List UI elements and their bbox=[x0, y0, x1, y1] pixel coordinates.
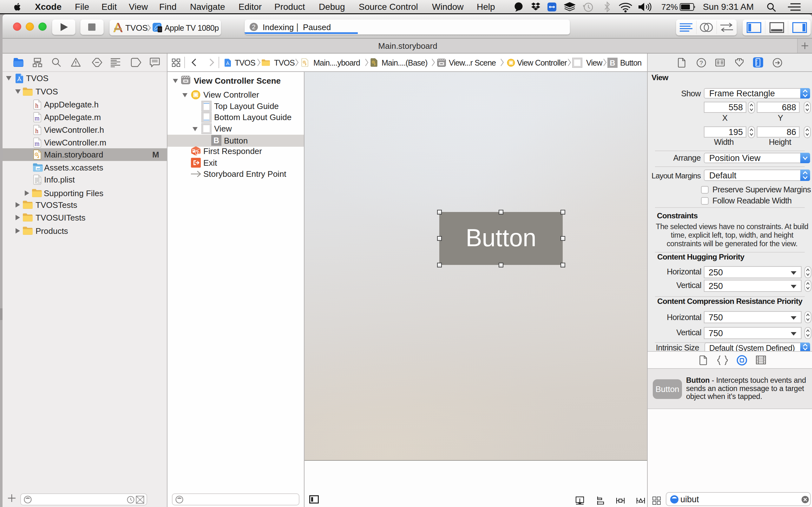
svg-text:?: ? bbox=[700, 60, 703, 66]
svg-text:PLIST: PLIST bbox=[35, 181, 41, 184]
svg-text:1: 1 bbox=[197, 151, 199, 155]
svg-text:m: m bbox=[35, 140, 40, 147]
svg-text:m: m bbox=[35, 115, 40, 122]
svg-text:h: h bbox=[35, 127, 38, 134]
svg-text:h: h bbox=[35, 102, 38, 109]
